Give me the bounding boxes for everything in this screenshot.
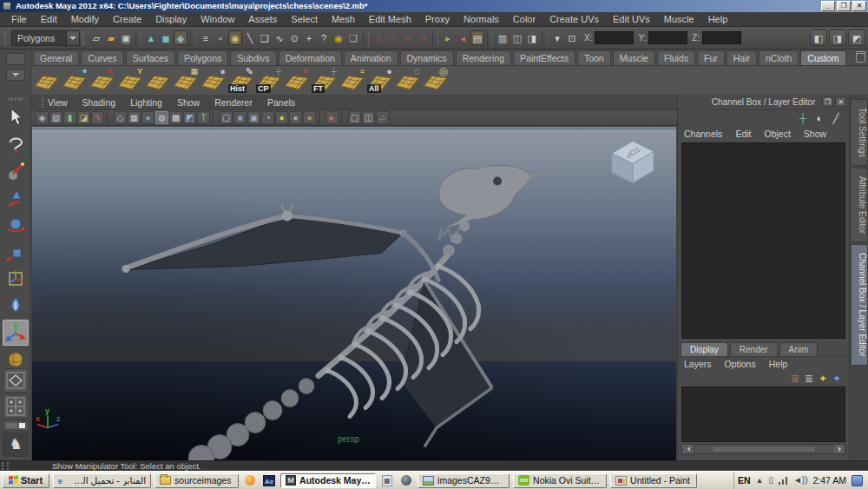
toggle-attribute-editor-icon[interactable]: ◧ xyxy=(810,30,827,46)
new-layer-assign-selected-icon[interactable]: ≣ xyxy=(805,372,813,386)
image-plane-icon[interactable]: ◪ xyxy=(77,111,90,124)
light-yellow-icon[interactable]: ● xyxy=(275,111,288,124)
save-scene-icon[interactable]: ▣ xyxy=(119,30,133,45)
panel-float-icon[interactable]: ❐ xyxy=(822,96,833,107)
grip-handle[interactable] xyxy=(4,31,9,45)
sidebar-vertical-tab[interactable]: Attribute Editor xyxy=(852,168,868,242)
device-status-icon[interactable]: ▯ xyxy=(768,476,773,485)
menu-item[interactable]: Edit Mesh xyxy=(362,12,418,27)
menu-item[interactable]: Proxy xyxy=(418,12,457,27)
channel-list-area[interactable] xyxy=(681,142,845,339)
layer-editor-tab[interactable]: Anim xyxy=(779,342,819,356)
shelf-sphere-button[interactable] xyxy=(394,67,421,94)
shelf-tab[interactable]: Animation xyxy=(344,50,398,65)
menu-item[interactable]: Color xyxy=(506,12,542,27)
task-autodesk-maya[interactable]: M Autodesk Maya 20... xyxy=(280,473,376,488)
camera-select-icon[interactable]: ◈ xyxy=(36,111,49,124)
shelf-cp-button[interactable]: CP xyxy=(255,67,282,94)
shelf-tab[interactable]: Custom xyxy=(800,50,845,65)
highlight-mode-icon[interactable]: ≡ xyxy=(199,30,213,45)
layer-list-area[interactable] xyxy=(681,387,845,442)
panel-menu-item[interactable]: View xyxy=(48,97,68,108)
panel-toolbar-icon[interactable] xyxy=(319,111,323,125)
panel-menu-item[interactable]: Show xyxy=(177,97,200,108)
menu-item[interactable]: Select xyxy=(284,12,325,27)
layer-menu-item[interactable]: Layers xyxy=(684,359,712,369)
curve-icon[interactable]: ∿ xyxy=(273,30,286,45)
panel-close-icon[interactable]: ✕ xyxy=(835,96,846,107)
menu-item[interactable]: Assets xyxy=(241,12,284,27)
menu-set-selector[interactable]: Polygons xyxy=(11,30,80,46)
viewport-canvas[interactable]: TOP x y z persp xyxy=(32,127,676,459)
status-icon[interactable] xyxy=(135,30,141,46)
coordinate-field[interactable]: Y: xyxy=(638,31,687,44)
toggle-channel-box-icon[interactable]: ◩ xyxy=(848,30,865,46)
shelf-poly-turtle-button[interactable] xyxy=(200,67,227,94)
start-button[interactable]: Start xyxy=(2,473,49,488)
channel-menu-item[interactable]: Show xyxy=(804,129,826,139)
quick-launch-calculator-button[interactable]: ▦ xyxy=(379,473,395,487)
panel-toolbar-icon[interactable] xyxy=(213,111,217,125)
shelf-tab[interactable]: Curves xyxy=(81,50,123,65)
shelf-tab[interactable]: Fluids xyxy=(657,50,695,65)
lock-icon[interactable]: ◉ xyxy=(332,30,345,45)
new-empty-anim-layer-icon[interactable]: ✦ xyxy=(819,372,827,386)
shelf-tab[interactable]: Hair xyxy=(727,50,757,65)
move-tool[interactable] xyxy=(3,185,29,211)
shelf-poly-plane-button[interactable] xyxy=(33,67,60,94)
paint-selection-tool[interactable] xyxy=(3,158,29,184)
snap-to-grids-icon[interactable]: ∩ xyxy=(372,30,385,45)
shelf-tab[interactable]: Deformation xyxy=(279,50,342,65)
shelf-poly-axis-y-button[interactable] xyxy=(116,67,143,94)
field-chart-icon[interactable]: ▢ xyxy=(348,111,361,124)
shelf-tab[interactable]: Muscle xyxy=(613,50,655,65)
shelf-poly-stripes-button[interactable] xyxy=(339,67,365,94)
textured-icon[interactable]: ◍ xyxy=(155,111,168,124)
single-perspective-layout-button[interactable] xyxy=(3,368,29,393)
shelf-tab[interactable]: Fur xyxy=(697,50,725,65)
task-paint[interactable]: Untitled - Paint xyxy=(610,473,697,488)
layer-editor-tab[interactable]: Render xyxy=(730,342,778,356)
panel-menu-item[interactable]: Shading xyxy=(82,97,116,108)
menu-item[interactable]: Display xyxy=(148,12,194,27)
status-icon[interactable] xyxy=(432,30,438,46)
grip-handle[interactable] xyxy=(42,97,46,108)
scroll-right-icon[interactable] xyxy=(834,445,845,453)
rect-icon[interactable]: ❑ xyxy=(258,30,272,45)
select-object-icon[interactable]: ◼ xyxy=(159,30,173,45)
construction-history-icon[interactable]: ▤ xyxy=(470,30,484,45)
light-gray-icon[interactable]: ● xyxy=(289,111,302,124)
new-scene-icon[interactable]: ▱ xyxy=(89,30,103,45)
custom-dragon-layout-button[interactable]: ♞ xyxy=(3,433,29,457)
snap-to-curves-icon[interactable]: ∩ xyxy=(386,30,400,45)
menu-item[interactable]: Create xyxy=(106,12,148,27)
show-desktop-icon[interactable] xyxy=(852,475,863,486)
toggle-tool-settings-icon[interactable]: ◨ xyxy=(829,30,846,46)
texture-placement-icon[interactable]: T xyxy=(197,111,210,124)
volume-icon[interactable]: ◄)) xyxy=(793,476,808,485)
grip-handle[interactable] xyxy=(2,462,9,470)
task-sourceimages-folder[interactable]: sourceimages xyxy=(155,473,239,488)
render-settings-icon[interactable]: ◨ xyxy=(525,30,539,45)
menu-item[interactable]: Normals xyxy=(457,12,506,27)
shelf-selector-widget[interactable] xyxy=(0,50,31,95)
close-button[interactable]: ✕ xyxy=(852,1,866,11)
snap-to-planes-icon[interactable]: ∩ xyxy=(416,30,430,45)
grip-handle[interactable] xyxy=(9,97,23,101)
shelf-tab[interactable]: Surfaces xyxy=(126,50,175,65)
scroll-left-icon[interactable] xyxy=(682,445,693,453)
textured-cube-icon[interactable]: ▣ xyxy=(247,111,260,124)
shelf-tab[interactable]: Subdivs xyxy=(230,50,276,65)
menu-item[interactable]: Mesh xyxy=(325,12,362,27)
layer-editor-tab[interactable]: Display xyxy=(681,342,728,356)
channel-menu-item[interactable]: Edit xyxy=(735,129,751,139)
shelf-tab[interactable]: Toon xyxy=(577,50,611,65)
help-icon[interactable]: ? xyxy=(317,30,331,45)
bookmarks-icon[interactable]: ▮ xyxy=(63,111,76,124)
panel-toolbar-icon[interactable] xyxy=(107,111,111,125)
menu-item[interactable]: Create UVs xyxy=(542,12,606,27)
status-icon[interactable] xyxy=(487,30,493,46)
output-connections-icon[interactable]: ◂ xyxy=(456,30,470,45)
wire-cube-icon[interactable]: ▢ xyxy=(220,111,233,124)
shelf-all-button[interactable]: All xyxy=(366,67,393,94)
